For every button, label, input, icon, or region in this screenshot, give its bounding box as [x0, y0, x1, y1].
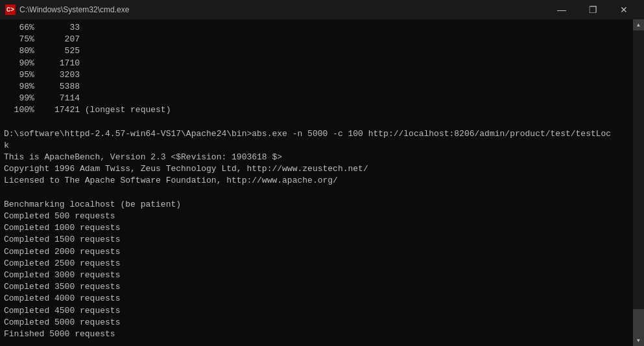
close-button[interactable]: ✕ — [609, 0, 639, 19]
console-output[interactable]: 66% 33 75% 207 80% 525 90% 1710 95% 3203… — [0, 19, 633, 346]
console-area: 66% 33 75% 207 80% 525 90% 1710 95% 3203… — [0, 19, 644, 346]
scroll-up-button[interactable]: ▲ — [633, 19, 644, 30]
restore-button[interactable]: ❐ — [578, 0, 608, 19]
cmd-icon: C> — [5, 5, 16, 15]
minimize-button[interactable]: — — [547, 0, 577, 19]
scrollbar-track[interactable] — [633, 30, 644, 335]
scrollbar: ▲ ▼ — [633, 19, 644, 346]
window-title: C:\Windows\System32\cmd.exe — [19, 5, 129, 14]
scroll-down-button[interactable]: ▼ — [633, 335, 644, 346]
title-bar: C> C:\Windows\System32\cmd.exe — ❐ ✕ — [0, 0, 644, 19]
cmd-window: C> C:\Windows\System32\cmd.exe — ❐ ✕ 66%… — [0, 0, 644, 346]
scrollbar-thumb[interactable] — [633, 309, 644, 335]
title-bar-left: C> C:\Windows\System32\cmd.exe — [5, 5, 129, 15]
window-controls: — ❐ ✕ — [547, 0, 639, 19]
